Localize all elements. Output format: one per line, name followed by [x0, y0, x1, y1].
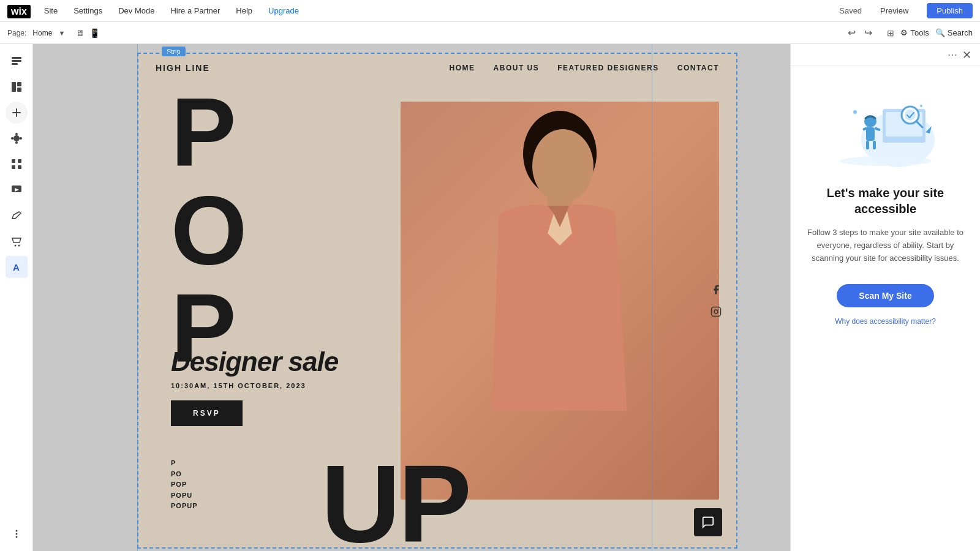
panel-body: Let's make your site accessible Follow 3…	[791, 66, 980, 551]
svg-rect-1	[12, 60, 21, 62]
canvas-area: Strip HIGH LINE HOME ABOUT US FEATURED D…	[33, 44, 790, 551]
page-prefix-label: Page:	[7, 29, 26, 37]
help-menu-item[interactable]: Help	[233, 5, 255, 17]
search-icon: 🔍	[935, 28, 945, 37]
upgrade-menu-item[interactable]: Upgrade	[266, 5, 301, 17]
svg-point-43	[853, 110, 857, 114]
event-date-text: 10:30AM, 15TH OCTOBER, 2023	[171, 382, 338, 389]
current-page-name: Home	[32, 29, 52, 37]
svg-rect-16	[18, 165, 21, 169]
svg-rect-13	[12, 159, 15, 163]
svg-point-23	[15, 536, 17, 538]
sidebar-apps-icon[interactable]	[6, 153, 28, 175]
chat-icon-button[interactable]	[694, 508, 722, 536]
redo-button[interactable]: ↪	[863, 26, 873, 40]
social-icons	[710, 283, 722, 318]
svg-point-20	[18, 245, 20, 247]
svg-point-44	[920, 105, 922, 107]
canvas-content: HIGH LINE HOME ABOUT US FEATURED DESIGNE…	[137, 53, 790, 551]
settings-menu-item[interactable]: Settings	[71, 5, 105, 17]
site-menu-item[interactable]: Site	[42, 5, 60, 17]
panel-close-button[interactable]: ✕	[960, 46, 974, 64]
svg-rect-2	[12, 63, 18, 65]
saved-status: Saved	[839, 6, 862, 15]
site-navigation: HIGH LINE HOME ABOUT US FEATURED DESIGNE…	[137, 53, 737, 83]
site-preview: HIGH LINE HOME ABOUT US FEATURED DESIGNE…	[137, 53, 737, 549]
panel-title: Let's make your site accessible	[805, 185, 965, 217]
svg-rect-4	[17, 82, 21, 86]
svg-point-21	[15, 530, 17, 532]
strip-label: Strip	[162, 47, 186, 56]
site-nav-links: HOME ABOUT US FEATURED DESIGNERS CONTACT	[450, 64, 719, 72]
sidebar-design-icon[interactable]	[6, 127, 28, 149]
svg-point-10	[15, 141, 18, 144]
svg-point-9	[15, 133, 18, 135]
instagram-icon[interactable]	[710, 305, 722, 318]
bottom-popup-text: P PO POP POPU POPUP	[171, 458, 198, 512]
mobile-device-icon[interactable]: 📱	[89, 28, 100, 38]
facebook-icon[interactable]	[710, 283, 722, 296]
svg-point-28	[714, 310, 718, 313]
zoom-icon[interactable]: ⊞	[887, 28, 894, 38]
nav-featured[interactable]: FEATURED DESIGNERS	[557, 64, 658, 72]
panel-illustration	[831, 84, 941, 170]
svg-rect-15	[12, 165, 15, 169]
pop-large-text: P O P	[171, 83, 244, 377]
svg-point-11	[11, 137, 13, 140]
tools-icon: ⚙	[900, 28, 908, 37]
up-large-text: UP	[321, 440, 469, 549]
rsvp-button[interactable]: RSVP	[171, 400, 243, 426]
sidebar-store-icon[interactable]	[6, 230, 28, 252]
svg-point-12	[20, 137, 22, 140]
sidebar-more-icon[interactable]	[6, 523, 28, 545]
nav-home[interactable]: HOME	[450, 64, 475, 72]
scan-my-site-button[interactable]: Scan My Site	[837, 284, 933, 307]
event-info: Designer sale 10:30AM, 15TH OCTOBER, 202…	[171, 347, 338, 426]
nav-contact[interactable]: CONTACT	[677, 64, 719, 72]
sidebar-pages-icon[interactable]	[6, 50, 28, 72]
svg-point-31	[840, 156, 932, 166]
panel-options-button[interactable]: ⋯	[945, 47, 960, 63]
hire-partner-menu-item[interactable]: Hire a Partner	[168, 5, 222, 17]
svg-point-25	[532, 129, 594, 203]
wix-logo: wix	[7, 4, 31, 18]
svg-point-22	[15, 533, 17, 535]
left-sidebar: A	[0, 44, 33, 551]
sidebar-media-icon[interactable]	[6, 179, 28, 201]
publish-button[interactable]: Publish	[927, 3, 973, 18]
second-toolbar: Page: Home ▼ 🖥 📱 ↩ ↪ ⊞ ⚙ Tools 🔍 Search	[0, 22, 980, 44]
preview-button[interactable]: Preview	[873, 4, 916, 18]
nav-about[interactable]: ABOUT US	[494, 64, 540, 72]
svg-point-29	[718, 309, 719, 310]
sidebar-layout-icon[interactable]	[6, 76, 28, 98]
svg-rect-14	[18, 159, 21, 163]
svg-rect-38	[866, 141, 869, 149]
svg-point-41	[905, 110, 916, 121]
accessibility-info-link[interactable]: Why does accessibility matter?	[835, 317, 936, 326]
svg-point-19	[14, 245, 16, 247]
sidebar-accessibility-icon[interactable]: A	[6, 256, 28, 278]
svg-rect-27	[712, 307, 721, 317]
panel-header: ⋯ ✕	[791, 44, 980, 66]
top-bar: wix Site Settings Dev Mode Hire a Partne…	[0, 0, 980, 22]
svg-point-8	[13, 135, 20, 141]
panel-description: Follow 3 steps to make your site availab…	[805, 227, 965, 264]
devmode-menu-item[interactable]: Dev Mode	[116, 5, 157, 17]
undo-button[interactable]: ↩	[846, 26, 857, 40]
site-logo: HIGH LINE	[156, 63, 210, 73]
svg-rect-0	[12, 57, 21, 59]
svg-rect-39	[873, 141, 876, 149]
sidebar-add-icon[interactable]	[6, 102, 28, 124]
desktop-device-icon[interactable]: 🖥	[76, 28, 85, 38]
main-area: A Strip HIGH LINE HOME ABOUT US	[0, 44, 980, 551]
tools-button[interactable]: ⚙ Tools	[900, 28, 929, 37]
designer-sale-text: Designer sale	[171, 347, 338, 377]
page-dropdown-button[interactable]: ▼	[58, 29, 65, 37]
svg-rect-3	[12, 82, 16, 92]
sidebar-blog-icon[interactable]	[6, 204, 28, 227]
search-button[interactable]: 🔍 Search	[935, 28, 973, 37]
accessibility-panel: ⋯ ✕	[790, 44, 980, 551]
svg-rect-5	[17, 88, 21, 92]
